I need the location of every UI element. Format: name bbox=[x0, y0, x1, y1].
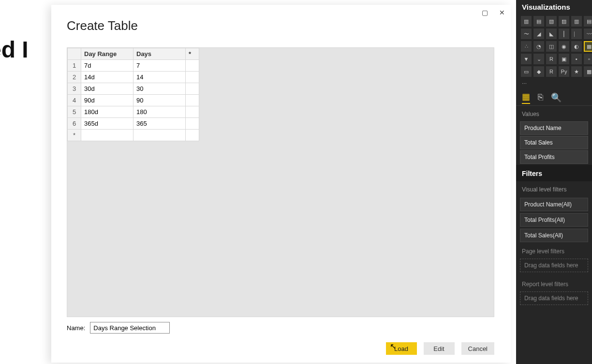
table-name-input[interactable] bbox=[90, 322, 170, 334]
visualizations-panel: Visualizations ▥▤▧▨▥▤〜◢◣⎮⎸〰∴◔◫◉◐▦▼⌄R▣▪▫▭… bbox=[516, 0, 592, 364]
value-field[interactable]: Total Profits bbox=[520, 150, 588, 164]
viz-kpi-icon[interactable]: ▣ bbox=[559, 54, 569, 64]
create-table-dialog: ▢ ✕ Create Table Day Range Days * 1 7d 7 bbox=[51, 5, 511, 363]
table-row[interactable]: 3 30d 30 bbox=[68, 83, 199, 95]
analytics-tab-icon[interactable]: 🔍 bbox=[551, 92, 562, 103]
col-header-add[interactable]: * bbox=[186, 48, 199, 60]
viz-ribbon-icon[interactable]: 〰 bbox=[584, 29, 592, 39]
viz-waterfall-icon[interactable]: ⌄ bbox=[533, 54, 544, 64]
viz-table-icon[interactable]: ▦ bbox=[584, 41, 592, 52]
name-label: Name: bbox=[67, 324, 85, 332]
fields-tab-icon[interactable]: ▦ bbox=[522, 91, 530, 104]
background-heading: aded I bbox=[0, 36, 29, 63]
viz-line-bar-icon[interactable]: ⎮ bbox=[559, 29, 569, 39]
table-row-new[interactable]: * bbox=[68, 130, 199, 141]
report-filters-label: Report level filters bbox=[516, 277, 592, 290]
viz-donut-icon[interactable]: ◉ bbox=[559, 41, 569, 52]
table-row[interactable]: 5 180d 180 bbox=[68, 106, 199, 118]
viz-arcgis-icon[interactable]: ◆ bbox=[533, 66, 544, 77]
table-row[interactable]: 1 7d 7 bbox=[68, 60, 199, 72]
viz-more-icon[interactable]: ▩ bbox=[584, 66, 592, 77]
value-field[interactable]: Product Name bbox=[520, 121, 588, 135]
table-grid-area: Day Range Days * 1 7d 7 2 14d 14 bbox=[67, 47, 494, 317]
table-row[interactable]: 4 90d 90 bbox=[68, 95, 199, 106]
filters-section-title: Filters bbox=[516, 165, 592, 181]
viz-gauge-icon[interactable]: ◐ bbox=[571, 41, 582, 52]
viz-icon-grid: ▥▤▧▨▥▤〜◢◣⎮⎸〰∴◔◫◉◐▦▼⌄R▣▪▫▭◆RPy★▩ bbox=[516, 15, 592, 79]
data-grid[interactable]: Day Range Days * 1 7d 7 2 14d 14 bbox=[67, 48, 199, 141]
viz-line-icon[interactable]: 〜 bbox=[521, 29, 532, 39]
viz-matrix-icon[interactable]: ▪ bbox=[571, 54, 582, 64]
visual-filters-label: Visual level filters bbox=[516, 181, 592, 196]
page-filters-label: Page level filters bbox=[516, 244, 592, 257]
visual-filter[interactable]: Total Profits(All) bbox=[520, 213, 588, 227]
table-row[interactable]: 2 14d 14 bbox=[68, 72, 199, 83]
viz-card-icon[interactable]: ▫ bbox=[584, 54, 592, 64]
col-header-days[interactable]: Days bbox=[133, 48, 186, 60]
load-button[interactable]: Load bbox=[386, 342, 417, 355]
viz-treemap-icon[interactable]: ◫ bbox=[546, 41, 557, 52]
viz-more-icon[interactable]: ··· bbox=[516, 79, 592, 87]
viz-area-icon[interactable]: ◢ bbox=[533, 29, 544, 39]
viz-column-clustered-icon[interactable]: ▨ bbox=[559, 16, 569, 27]
table-row[interactable]: 6 365d 365 bbox=[68, 118, 199, 130]
visual-filter[interactable]: Total Sales(All) bbox=[520, 229, 588, 242]
edit-button[interactable]: Edit bbox=[424, 342, 455, 355]
viz-bar-stacked-icon[interactable]: ▥ bbox=[521, 16, 532, 27]
viz-r-visual-icon[interactable]: R bbox=[546, 66, 557, 77]
page-filters-dropzone[interactable]: Drag data fields here bbox=[520, 259, 588, 272]
viz-area-stacked-icon[interactable]: ◣ bbox=[546, 29, 557, 39]
viz-py-visual-icon[interactable]: Py bbox=[559, 66, 569, 77]
format-tab-icon[interactable]: ⎘ bbox=[538, 92, 543, 102]
viz-pie-icon[interactable]: ◔ bbox=[533, 41, 544, 52]
viz-r-script-icon[interactable]: R bbox=[546, 54, 557, 64]
visual-filter[interactable]: Product Name(All) bbox=[520, 198, 588, 211]
viz-line-column-icon[interactable]: ⎸ bbox=[571, 29, 582, 39]
maximize-button[interactable]: ▢ bbox=[476, 5, 493, 20]
values-section-label: Values bbox=[516, 106, 592, 120]
viz-column-stacked-icon[interactable]: ▧ bbox=[546, 16, 557, 27]
viz-funnel-icon[interactable]: ▼ bbox=[521, 54, 532, 64]
viz-slicer-icon[interactable]: ▭ bbox=[521, 66, 532, 77]
value-field[interactable]: Total Sales bbox=[520, 136, 588, 149]
viz-key-influencers-icon[interactable]: ★ bbox=[571, 66, 582, 77]
viz-bar-clustered-icon[interactable]: ▤ bbox=[533, 16, 544, 27]
viz-bar-100-icon[interactable]: ▥ bbox=[571, 16, 582, 27]
report-filters-dropzone[interactable]: Drag data fields here bbox=[520, 291, 588, 305]
dialog-title: Create Table bbox=[67, 18, 138, 33]
row-header-corner bbox=[68, 48, 81, 60]
viz-scatter-icon[interactable]: ∴ bbox=[521, 41, 532, 52]
close-button[interactable]: ✕ bbox=[493, 5, 511, 20]
visualizations-title: Visualizations bbox=[516, 0, 592, 15]
viz-column-100-icon[interactable]: ▤ bbox=[584, 16, 592, 27]
col-header-dayrange[interactable]: Day Range bbox=[81, 48, 133, 60]
cancel-button[interactable]: Cancel bbox=[461, 342, 494, 355]
